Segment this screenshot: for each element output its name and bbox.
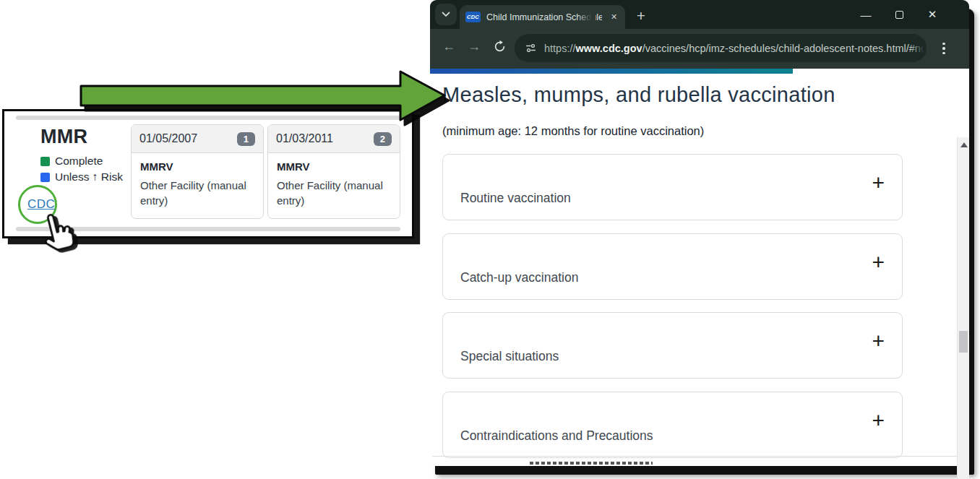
accordion-catch-up-vaccination[interactable]: Catch-up vaccination + — [442, 233, 903, 300]
dose-card-2-body: MMRV Other Facility (manual entry) — [268, 153, 400, 215]
url-text: https://www.cdc.gov/vaccines/hcp/imz-sch… — [544, 43, 927, 54]
dose-2-date: 01/03/2011 — [276, 132, 333, 145]
mmr-summary-panel: MMR Complete Unless ↑ Risk CDC 01/05/200… — [2, 109, 414, 238]
address-bar[interactable]: https://www.cdc.gov/vaccines/hcp/imz-sch… — [515, 34, 927, 62]
chevron-down-icon — [442, 12, 450, 17]
url-scheme: https:// — [544, 43, 576, 54]
content-divider — [432, 456, 964, 457]
clipped-next-section-text — [530, 462, 653, 465]
browser-titlebar: CDC Child Immunization Schedule N ✕ + — … — [430, 0, 969, 29]
kebab-dot — [942, 52, 945, 54]
site-settings-icon[interactable] — [525, 42, 537, 54]
page-heading: Measles, mumps, and rubella vaccination — [442, 83, 835, 107]
back-button[interactable]: ← — [442, 39, 455, 54]
legend-complete-label: Complete — [55, 155, 103, 168]
close-button[interactable]: ✕ — [920, 4, 945, 25]
complete-swatch — [40, 157, 50, 166]
unless-risk-swatch — [40, 173, 50, 182]
annotation-arrow — [77, 69, 449, 126]
new-tab-button[interactable]: + — [631, 6, 651, 26]
dose-card-1[interactable]: 01/05/2007 1 MMRV Other Facility (manual… — [131, 124, 264, 219]
dose-1-number-badge: 1 — [237, 132, 255, 146]
reload-button[interactable] — [493, 40, 507, 57]
cdc-favicon: CDC — [465, 12, 481, 22]
tab-search-button[interactable] — [435, 4, 457, 25]
accordion-label: Catch-up vaccination — [460, 270, 578, 285]
accordion-label: Contraindications and Precautions — [460, 428, 653, 444]
dose-card-2[interactable]: 01/03/2011 2 MMRV Other Facility (manual… — [267, 124, 400, 219]
scrollbar[interactable] — [957, 137, 969, 479]
tab-close-icon[interactable]: ✕ — [608, 11, 620, 23]
dose-1-date: 01/05/2007 — [139, 132, 197, 145]
kebab-dot — [942, 43, 945, 45]
dose-2-source: Other Facility (manual entry) — [277, 178, 391, 208]
dose-1-source: Other Facility (manual entry) — [140, 178, 254, 208]
legend-unless-risk-label: Unless ↑ Risk — [55, 171, 123, 184]
maximize-button[interactable] — [887, 4, 911, 25]
legend-unless-risk: Unless ↑ Risk — [40, 171, 123, 184]
scroll-up-icon[interactable] — [960, 142, 968, 147]
cdc-link[interactable]: CDC — [27, 197, 55, 212]
legend-complete: Complete — [40, 155, 103, 168]
accordion-routine-vaccination[interactable]: Routine vaccination + — [442, 154, 903, 220]
url-host: www.cdc.gov — [576, 43, 642, 54]
reload-icon — [493, 40, 507, 53]
page-subheading: (minimum age: 12 months for routine vacc… — [442, 124, 704, 138]
maximize-icon — [895, 11, 903, 19]
dose-card-2-header: 01/03/2011 2 — [268, 125, 400, 153]
accordion-label: Special situations — [460, 349, 559, 364]
dose-2-vaccine: MMRV — [277, 160, 391, 173]
accordion-label: Routine vaccination — [460, 191, 571, 206]
browser-tab[interactable]: CDC Child Immunization Schedule N ✕ — [460, 5, 625, 29]
browser-menu-icon[interactable] — [937, 38, 950, 59]
browser-toolbar: ← → https://www.cdc.gov/vaccines/hcp/imz… — [430, 29, 969, 69]
dose-1-vaccine: MMRV — [140, 160, 254, 173]
url-fade — [911, 34, 927, 62]
forward-button[interactable]: → — [468, 39, 481, 54]
browser-window: CDC Child Immunization Schedule N ✕ + — … — [430, 0, 969, 466]
reading-progress-bar — [430, 69, 793, 74]
minimize-button[interactable]: — — [854, 4, 878, 25]
plus-icon[interactable]: + — [872, 330, 885, 352]
tab-title-fade — [577, 5, 596, 29]
plus-icon[interactable]: + — [872, 172, 885, 194]
dose-card-1-body: MMRV Other Facility (manual entry) — [132, 153, 263, 215]
plus-icon[interactable]: + — [872, 410, 885, 431]
accordion-special-situations[interactable]: Special situations + — [442, 312, 903, 379]
scrollbar-thumb[interactable] — [959, 331, 968, 353]
dose-card-1-header: 01/05/2007 1 — [132, 125, 263, 153]
accordion-contraindications[interactable]: Contraindications and Precautions + — [442, 392, 903, 458]
vaccine-group-title: MMR — [40, 126, 87, 148]
url-path: /vaccines/hcp/imz-schedules/child-adoles… — [642, 43, 927, 54]
dose-2-number-badge: 2 — [374, 132, 392, 146]
page-content: Measles, mumps, and rubella vaccination … — [430, 69, 969, 466]
hand-cursor-icon — [33, 206, 87, 263]
plus-icon[interactable]: + — [872, 251, 885, 273]
kebab-dot — [942, 47, 945, 49]
